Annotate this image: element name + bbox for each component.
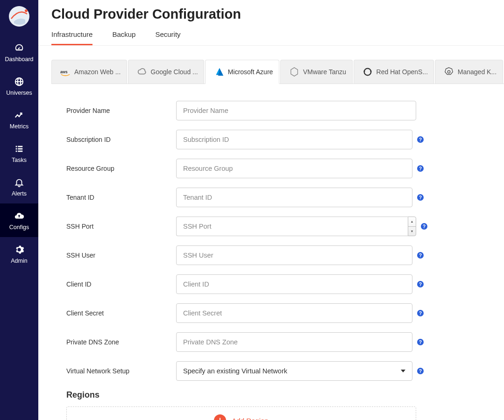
gcp-icon: [137, 67, 147, 77]
field-resource-group: Resource Group ?: [66, 159, 491, 178]
provider-tab-label: Managed K...: [458, 68, 497, 76]
field-ssh-user: SSH User ?: [66, 245, 491, 265]
number-spinner: ▲ ▼: [408, 217, 416, 236]
spinner-up-icon[interactable]: ▲: [408, 217, 416, 227]
chevron-down-icon: [401, 370, 405, 372]
add-region-button[interactable]: Add Region: [66, 406, 416, 420]
provider-tab-k8s[interactable]: Managed K...: [435, 60, 503, 84]
azure-icon: [214, 67, 224, 77]
sidebar-item-universes[interactable]: Universes: [0, 69, 38, 103]
svg-point-9: [364, 69, 371, 76]
select-value: Specify an existing Virtual Network: [183, 367, 287, 375]
svg-point-10: [447, 70, 450, 73]
provider-tab-label: Google Cloud ...: [151, 68, 198, 76]
tab-backup[interactable]: Backup: [112, 27, 135, 45]
sidebar-item-label: Dashboard: [5, 56, 33, 63]
provider-tab-openshift[interactable]: Red Hat OpenS...: [354, 60, 434, 84]
sidebar-item-tasks[interactable]: Tasks: [0, 136, 38, 170]
provider-tab-aws[interactable]: aws Amazon Web ...: [51, 60, 127, 84]
tab-security[interactable]: Security: [155, 27, 180, 45]
help-icon[interactable]: ?: [417, 339, 424, 345]
provider-tabs: aws Amazon Web ... Google Cloud ... Micr…: [51, 60, 504, 84]
provider-tab-label: Amazon Web ...: [74, 68, 121, 76]
help-icon[interactable]: ?: [417, 310, 424, 316]
page-title: Cloud Provider Configuration: [51, 7, 491, 22]
spinner-down-icon[interactable]: ▼: [408, 227, 416, 236]
label-vnet: Virtual Network Setup: [66, 367, 176, 375]
provider-tab-label: VMware Tanzu: [303, 68, 346, 76]
tab-infrastructure[interactable]: Infrastructure: [51, 27, 92, 45]
app-logo: [8, 6, 30, 27]
field-private-dns: Private DNS Zone ?: [66, 332, 491, 352]
help-icon[interactable]: ?: [421, 223, 427, 230]
input-provider-name[interactable]: [176, 101, 416, 120]
sidebar-item-alerts[interactable]: Alerts: [0, 170, 38, 203]
provider-tab-tanzu[interactable]: VMware Tanzu: [280, 60, 353, 84]
bell-icon: [14, 177, 24, 188]
add-region-label: Add Region: [232, 417, 268, 420]
sidebar-item-dashboard[interactable]: Dashboard: [0, 35, 38, 69]
aws-icon: aws: [60, 67, 71, 77]
input-client-id[interactable]: [176, 274, 412, 294]
page-header: Cloud Provider Configuration Infrastruct…: [38, 0, 504, 46]
provider-tab-label: Microsoft Azure: [228, 68, 273, 76]
field-subscription-id: Subscription ID ?: [66, 130, 491, 149]
cloud-upload-icon: [14, 211, 24, 221]
provider-tab-azure[interactable]: Microsoft Azure: [205, 60, 279, 84]
svg-rect-3: [18, 146, 22, 147]
sidebar-item-label: Tasks: [12, 157, 27, 163]
svg-rect-6: [16, 151, 17, 152]
form-content: Provider Name Subscription ID ? Resource…: [38, 84, 504, 420]
sidebar-item-label: Metrics: [10, 123, 28, 130]
plus-circle-icon: [214, 414, 226, 420]
svg-rect-7: [18, 151, 22, 152]
label-subscription-id: Subscription ID: [66, 136, 176, 143]
label-provider-name: Provider Name: [66, 107, 176, 114]
label-ssh-port: SSH Port: [66, 223, 176, 230]
input-tenant-id[interactable]: [176, 188, 412, 207]
input-ssh-port[interactable]: [176, 217, 408, 236]
label-client-id: Client ID: [66, 280, 176, 288]
globe-icon: [14, 77, 24, 87]
sidebar-item-label: Alerts: [12, 190, 27, 197]
field-client-secret: Client Secret ?: [66, 303, 491, 323]
field-client-id: Client ID ?: [66, 274, 491, 294]
label-private-dns: Private DNS Zone: [66, 338, 176, 346]
label-resource-group: Resource Group: [66, 165, 176, 172]
openshift-icon: [362, 67, 373, 77]
input-client-secret[interactable]: [176, 303, 412, 323]
help-icon[interactable]: ?: [417, 194, 424, 201]
svg-rect-4: [16, 148, 17, 150]
sidebar-item-label: Universes: [6, 90, 32, 96]
field-ssh-port: SSH Port ▲ ▼ ?: [66, 217, 491, 236]
svg-text:aws: aws: [60, 70, 68, 74]
help-icon[interactable]: ?: [417, 252, 424, 259]
field-provider-name: Provider Name: [66, 101, 491, 120]
help-icon[interactable]: ?: [417, 368, 424, 374]
svg-rect-5: [18, 148, 22, 150]
help-icon[interactable]: ?: [417, 136, 424, 143]
header-tabs: Infrastructure Backup Security: [51, 27, 491, 45]
sidebar-item-label: Configs: [9, 224, 29, 231]
gauge-icon: [14, 43, 24, 53]
label-client-secret: Client Secret: [66, 309, 176, 317]
tanzu-icon: [289, 67, 299, 77]
input-resource-group[interactable]: [176, 159, 412, 178]
chart-line-icon: [14, 110, 24, 120]
sidebar-item-configs[interactable]: Configs: [0, 203, 38, 237]
input-subscription-id[interactable]: [176, 130, 412, 149]
label-tenant-id: Tenant ID: [66, 194, 176, 201]
select-vnet[interactable]: Specify an existing Virtual Network: [176, 361, 412, 381]
input-ssh-user[interactable]: [176, 245, 412, 265]
help-icon[interactable]: ?: [417, 281, 424, 287]
sidebar-item-label: Admin: [11, 258, 27, 264]
sidebar-item-metrics[interactable]: Metrics: [0, 103, 38, 136]
input-private-dns[interactable]: [176, 332, 412, 352]
gear-icon: [14, 245, 24, 255]
provider-tab-gcp[interactable]: Google Cloud ...: [128, 60, 204, 84]
list-icon: [14, 144, 24, 154]
regions-title: Regions: [66, 390, 491, 400]
provider-tab-label: Red Hat OpenS...: [376, 68, 428, 76]
sidebar-item-admin[interactable]: Admin: [0, 237, 38, 271]
help-icon[interactable]: ?: [417, 165, 424, 172]
